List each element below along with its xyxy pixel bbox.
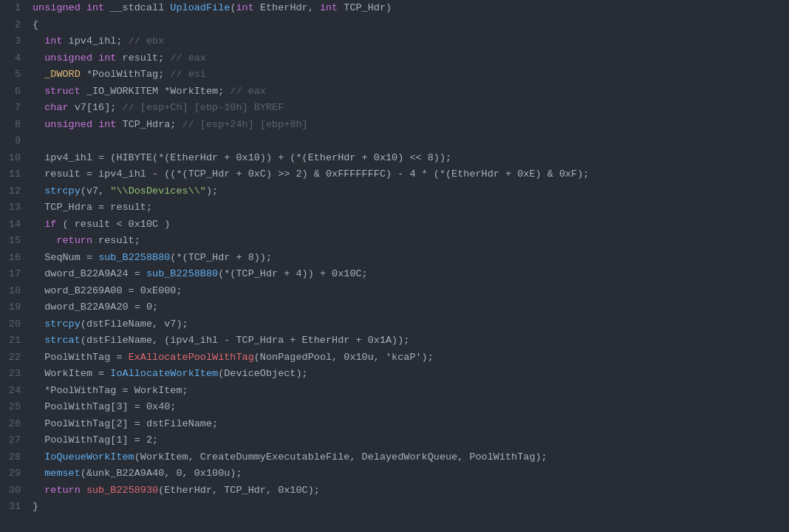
code-line: WorkItem = IoAllocateWorkItem(DeviceObje… — [33, 366, 783, 383]
code-line: result = ipv4_ihl - ((*(TCP_Hdr + 0xC) >… — [33, 166, 783, 183]
line-numbers: 1234567891011121314151617181920212223242… — [0, 0, 27, 532]
line-number: 11 — [6, 166, 21, 183]
line-number: 21 — [6, 332, 21, 349]
line-number: 6 — [6, 83, 21, 100]
code-line: word_B2269A00 = 0xE000; — [33, 283, 783, 300]
code-line: unsigned int result; // eax — [33, 50, 783, 67]
line-number: 8 — [6, 117, 21, 134]
line-number: 4 — [6, 50, 21, 67]
line-number: 27 — [6, 432, 21, 449]
code-line: PoolWithTag[1] = 2; — [33, 432, 783, 449]
line-number: 17 — [6, 266, 21, 283]
code-line: struct _IO_WORKITEM *WorkItem; // eax — [33, 83, 783, 100]
code-editor: 1234567891011121314151617181920212223242… — [0, 0, 789, 532]
code-line: TCP_Hdra = result; — [33, 200, 783, 216]
code-line: memset(&unk_B22A9A40, 0, 0x100u); — [33, 466, 783, 482]
code-line: strcat(dstFileName, (ipv4_ihl - TCP_Hdra… — [33, 332, 783, 349]
line-number: 13 — [6, 200, 21, 216]
line-number: 24 — [6, 383, 21, 400]
code-line: SeqNum = sub_B2258B80(*(TCP_Hdr + 8)); — [33, 250, 783, 267]
line-number: 29 — [6, 466, 21, 482]
code-line: strcpy(dstFileName, v7); — [33, 316, 783, 333]
code-line — [33, 133, 783, 150]
code-line: } — [33, 499, 783, 516]
line-number: 28 — [6, 449, 21, 466]
line-number: 9 — [6, 133, 21, 150]
code-line: if ( result < 0x10C ) — [33, 216, 783, 233]
line-number: 2 — [6, 17, 21, 34]
code-line: unsigned int __stdcall UploadFile(int Et… — [33, 0, 783, 17]
code-line: { — [33, 17, 783, 34]
code-line: PoolWithTag = ExAllocatePoolWithTag(NonP… — [33, 349, 783, 366]
line-number: 25 — [6, 399, 21, 416]
code-line: _DWORD *PoolWithTag; // esi — [33, 66, 783, 83]
code-line: char v7[16]; // [esp+Ch] [ebp-10h] BYREF — [33, 100, 783, 117]
code-content: unsigned int __stdcall UploadFile(int Et… — [27, 0, 789, 532]
code-line: dword_B22A9A20 = 0; — [33, 299, 783, 316]
line-number: 26 — [6, 416, 21, 433]
line-number: 22 — [6, 349, 21, 366]
code-line: strcpy(v7, "\\DosDevices\\"); — [33, 183, 783, 200]
line-number: 23 — [6, 366, 21, 383]
line-number: 16 — [6, 250, 21, 267]
code-line: unsigned int TCP_Hdra; // [esp+24h] [ebp… — [33, 117, 783, 134]
code-line: return sub_B2258930(EtherHdr, TCP_Hdr, 0… — [33, 482, 783, 499]
line-number: 1 — [6, 0, 21, 17]
line-number: 18 — [6, 283, 21, 300]
line-number: 7 — [6, 100, 21, 117]
code-line: *PoolWithTag = WorkItem; — [33, 383, 783, 400]
line-number: 15 — [6, 233, 21, 250]
line-number: 30 — [6, 482, 21, 499]
line-number: 10 — [6, 150, 21, 167]
code-line: PoolWithTag[3] = 0x40; — [33, 399, 783, 416]
code-line: return result; — [33, 233, 783, 250]
line-number: 19 — [6, 299, 21, 316]
line-number: 14 — [6, 216, 21, 233]
code-line: PoolWithTag[2] = dstFileName; — [33, 416, 783, 433]
line-number: 5 — [6, 66, 21, 83]
line-number: 3 — [6, 33, 21, 50]
code-line: IoQueueWorkItem(WorkItem, CreateDummyExe… — [33, 449, 783, 466]
line-number: 31 — [6, 499, 21, 516]
line-number: 12 — [6, 183, 21, 200]
code-line: ipv4_ihl = (HIBYTE(*(EtherHdr + 0x10)) +… — [33, 150, 783, 167]
code-line: int ipv4_ihl; // ebx — [33, 33, 783, 50]
line-number: 20 — [6, 316, 21, 333]
code-line: dword_B22A9A24 = sub_B2258B80(*(TCP_Hdr … — [33, 266, 783, 283]
